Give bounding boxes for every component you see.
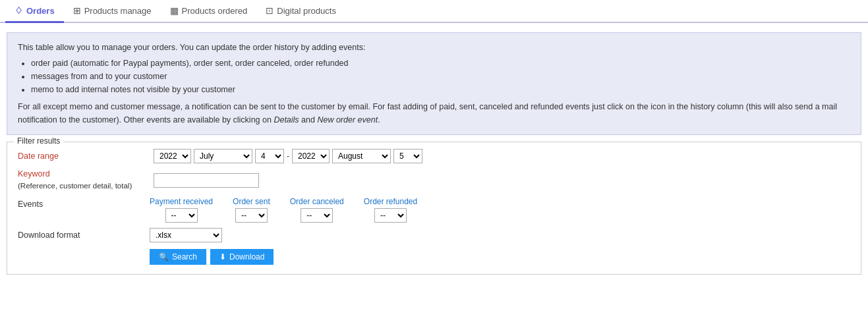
info-bullet-1: messages from and to your customer — [31, 70, 850, 83]
event-group-refunded: Order refunded --yesno — [364, 197, 417, 223]
tab-products-ordered-label: Products ordered — [182, 6, 248, 16]
date-dash: - — [287, 151, 289, 161]
products-manage-icon: ⊞ — [73, 5, 81, 16]
year-end-select[interactable]: 2020202120222023 — [292, 149, 330, 163]
tab-products-manage-label: Products manage — [84, 6, 152, 16]
keyword-row: Keyword(Reference, customer detail, tota… — [18, 169, 850, 192]
keyword-label: Keyword(Reference, customer detail, tota… — [18, 169, 150, 192]
day-end-select[interactable]: 1234567891011121314151617181920212223242… — [393, 149, 422, 163]
tab-digital-products[interactable]: ⊡ Digital products — [256, 0, 345, 23]
event-sent-select[interactable]: --yesno — [235, 208, 268, 223]
filter-box: Filter results Date range 20202021202220… — [7, 142, 861, 275]
event-canceled-label: Order canceled — [290, 197, 344, 206]
event-sent-label: Order sent — [233, 197, 270, 206]
search-icon: 🔍 — [159, 252, 169, 261]
download-format-label: Download format — [18, 231, 150, 240]
event-payment-select[interactable]: --yesno — [165, 208, 198, 223]
info-bullet-0: order paid (automatic for Paypal payment… — [31, 57, 850, 70]
digital-products-icon: ⊡ — [266, 5, 274, 16]
event-group-sent: Order sent --yesno — [233, 197, 270, 223]
keyword-input[interactable] — [154, 173, 259, 188]
info-box: This table allow you to manage your orde… — [7, 32, 861, 135]
info-footer-start: For all except memo and customer message… — [18, 102, 837, 124]
download-format-select[interactable]: .xlsx.csv.pdf — [150, 228, 222, 242]
year-start-select[interactable]: 2020202120222023 — [154, 149, 191, 163]
event-canceled-select[interactable]: --yesno — [301, 208, 333, 223]
info-footer-details: Details — [274, 115, 299, 124]
info-footer: For all except memo and customer message… — [18, 100, 850, 126]
events-row: Events Payment received --yesno Order se… — [18, 197, 850, 223]
day-start-select[interactable]: 1234567891011121314151617181920212223242… — [255, 149, 284, 163]
info-footer-middle: and — [299, 115, 318, 124]
download-icon: ⬇ — [219, 252, 226, 261]
keyword-controls — [154, 173, 259, 188]
event-refunded-label: Order refunded — [364, 197, 417, 206]
event-group-canceled: Order canceled --yesno — [290, 197, 344, 223]
products-ordered-icon: ▦ — [170, 5, 179, 16]
tab-digital-products-label: Digital products — [277, 6, 336, 16]
info-intro: This table allow you to manage your orde… — [18, 41, 850, 54]
info-footer-end: . — [378, 115, 380, 124]
event-payment-label: Payment received — [150, 197, 213, 206]
events-controls: Payment received --yesno Order sent --ye… — [150, 197, 417, 223]
info-bullets: order paid (automatic for Paypal payment… — [31, 57, 850, 96]
event-group-payment: Payment received --yesno — [150, 197, 213, 223]
buttons-row: 🔍 Search ⬇ Download — [150, 249, 850, 265]
event-refunded-select[interactable]: --yesno — [374, 208, 407, 223]
tabs-bar: ♢ Orders ⊞ Products manage ▦ Products or… — [0, 0, 868, 23]
tab-products-manage[interactable]: ⊞ Products manage — [64, 0, 161, 23]
download-button-label: Download — [229, 252, 264, 261]
search-button[interactable]: 🔍 Search — [150, 249, 206, 265]
date-range-row: Date range 2020202120222023 JanuaryFebru… — [18, 149, 850, 163]
download-format-row: Download format .xlsx.csv.pdf — [18, 228, 850, 242]
orders-icon: ♢ — [14, 5, 23, 16]
search-button-label: Search — [172, 252, 197, 261]
download-button[interactable]: ⬇ Download — [210, 249, 274, 265]
tab-orders[interactable]: ♢ Orders — [5, 0, 64, 23]
month-end-select[interactable]: JanuaryFebruaryMarchAprilMayJuneJulyAugu… — [332, 149, 391, 163]
month-start-select[interactable]: JanuaryFebruaryMarchAprilMayJuneJulyAugu… — [194, 149, 252, 163]
info-bullet-2: memo to add internal notes not visible b… — [31, 83, 850, 96]
events-label: Events — [18, 197, 150, 209]
info-footer-new-order: New order event — [317, 115, 378, 124]
date-range-controls: 2020202120222023 JanuaryFebruaryMarchApr… — [154, 149, 422, 163]
date-range-label: Date range — [18, 151, 150, 161]
filter-legend: Filter results — [14, 136, 63, 146]
tab-orders-label: Orders — [26, 6, 55, 16]
tab-products-ordered[interactable]: ▦ Products ordered — [161, 0, 257, 23]
